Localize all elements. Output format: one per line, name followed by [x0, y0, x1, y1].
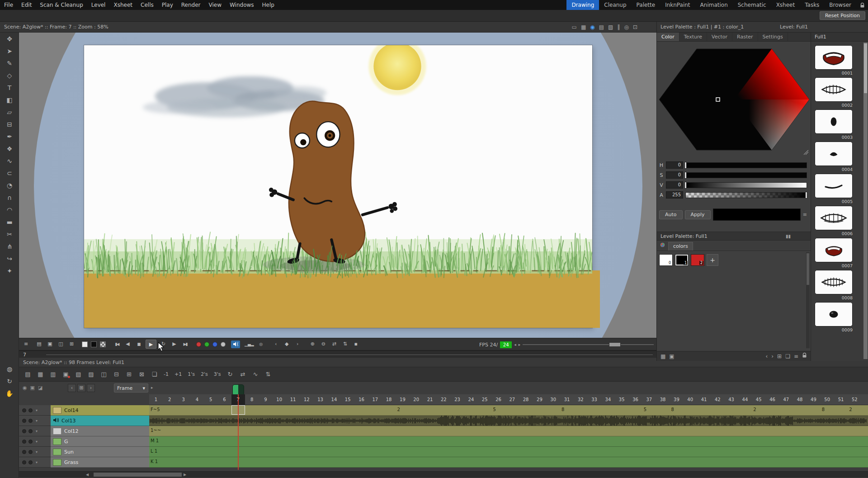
- frame-number-25[interactable]: 25: [478, 394, 491, 405]
- frame-number-21[interactable]: 21: [423, 394, 437, 405]
- column-visible-toggle[interactable]: [22, 450, 26, 454]
- frame-number-44[interactable]: 44: [738, 394, 752, 405]
- last-frame-button[interactable]: ▶▮: [181, 340, 189, 349]
- preview-icon[interactable]: ◎: [624, 24, 628, 30]
- frame-number-52[interactable]: 52: [848, 394, 861, 405]
- frame-number-17[interactable]: 17: [368, 394, 382, 405]
- menu-cells[interactable]: Cells: [137, 0, 158, 10]
- reset-view-button[interactable]: ▪: [352, 340, 360, 349]
- cells-sun[interactable]: L 1: [149, 447, 868, 457]
- new-style-icon[interactable]: ⊞: [777, 353, 782, 360]
- s-slider[interactable]: [685, 172, 807, 178]
- frame-number-15[interactable]: 15: [341, 394, 354, 405]
- frame-number-35[interactable]: 35: [615, 394, 628, 405]
- freeze-icon[interactable]: ‖: [617, 24, 620, 30]
- previous-frame-button[interactable]: ◀: [124, 340, 132, 349]
- edit-in-place-icon[interactable]: ◫: [99, 370, 108, 379]
- table-view-icon[interactable]: ▦: [581, 24, 586, 30]
- eraser-tool[interactable]: ▱: [0, 106, 19, 118]
- frame-number-41[interactable]: 41: [697, 394, 711, 405]
- level-frame-thumbnail-0005[interactable]: [815, 174, 853, 198]
- previous-palette-icon[interactable]: ‹: [765, 353, 768, 360]
- column-render-toggle[interactable]: [28, 408, 33, 412]
- cells-grass[interactable]: K 1: [149, 457, 868, 468]
- fps-value-field[interactable]: 24: [500, 341, 512, 348]
- histogram-button[interactable]: ▁▄▂: [245, 340, 254, 349]
- level-frame-thumbnail-0003[interactable]: [815, 109, 853, 134]
- skeleton-tool[interactable]: ⋔: [0, 240, 19, 252]
- column-header-sun[interactable]: ▾Sun: [19, 447, 149, 457]
- h-value-field[interactable]: 0: [666, 161, 683, 169]
- cells-g[interactable]: M 1: [149, 436, 868, 447]
- level-frame-thumbnail-0004[interactable]: [815, 142, 853, 166]
- checkered-background-button[interactable]: [100, 341, 106, 347]
- column-collapse-arrow[interactable]: ▾: [36, 460, 38, 464]
- fill-tool[interactable]: ◧: [0, 94, 19, 106]
- add-style-button[interactable]: +: [707, 254, 718, 266]
- cells-col12[interactable]: 1~~: [149, 426, 868, 436]
- v-slider[interactable]: [685, 182, 807, 188]
- column-collapse-arrow[interactable]: ▾: [36, 440, 38, 444]
- cells-col13[interactable]: [149, 416, 868, 426]
- frame-number-26[interactable]: 26: [492, 394, 505, 405]
- h-slider[interactable]: [685, 162, 807, 168]
- rotate-tool[interactable]: ↻: [0, 375, 19, 387]
- frame-number-30[interactable]: 30: [547, 394, 560, 405]
- step-1-s-button[interactable]: 1's: [187, 371, 196, 377]
- step-3-s-button[interactable]: 3's: [213, 371, 222, 377]
- camera-view-icon[interactable]: ▤: [599, 24, 604, 30]
- frame-number-27[interactable]: 27: [505, 394, 519, 405]
- lock-rooms-icon[interactable]: [856, 1, 868, 9]
- plastic-tool[interactable]: ✦: [0, 265, 19, 277]
- column-header-col12[interactable]: ▾Col12: [19, 426, 149, 436]
- zoom-tool[interactable]: ◍: [0, 363, 19, 375]
- column-visible-toggle[interactable]: [22, 408, 26, 412]
- frame-number-32[interactable]: 32: [574, 394, 587, 405]
- palette-page-tab[interactable]: colors: [668, 242, 693, 251]
- save-all-icon[interactable]: ▨: [87, 370, 95, 379]
- flip-horizontal-button[interactable]: ⇄: [330, 340, 338, 349]
- palette-scrollbar[interactable]: [806, 252, 810, 348]
- next-marker-button[interactable]: ›: [87, 384, 95, 392]
- magnet-tool[interactable]: ∩: [0, 191, 19, 204]
- framerate-slider[interactable]: [523, 341, 654, 348]
- frame-number-24[interactable]: 24: [464, 394, 478, 405]
- bender-tool[interactable]: ◠: [0, 204, 19, 216]
- slider-thumb[interactable]: [805, 192, 807, 199]
- menu-scan-cleanup[interactable]: Scan & Cleanup: [36, 0, 87, 10]
- menu-render[interactable]: Render: [177, 0, 205, 10]
- frame-number-9[interactable]: 9: [259, 394, 272, 405]
- locator-button[interactable]: ◎: [257, 340, 265, 349]
- geometric-tool[interactable]: ◇: [0, 69, 19, 81]
- menu-edit[interactable]: Edit: [17, 0, 36, 10]
- menu-play[interactable]: Play: [158, 0, 177, 10]
- style-options-icon[interactable]: ≡: [803, 212, 807, 218]
- first-frame-button[interactable]: ▮◀: [113, 340, 121, 349]
- frame-number-29[interactable]: 29: [533, 394, 546, 405]
- fps-decrease-button[interactable]: ◂: [514, 342, 516, 347]
- column-render-toggle[interactable]: [28, 450, 33, 454]
- frame-number-19[interactable]: 19: [396, 394, 409, 405]
- level-frame-thumbnail-0001[interactable]: [815, 45, 853, 70]
- memo-icon[interactable]: ❏: [150, 370, 159, 379]
- frame-number-36[interactable]: 36: [629, 394, 642, 405]
- column-visible-toggle[interactable]: [22, 440, 26, 444]
- pause-button[interactable]: ▮▮: [135, 340, 142, 349]
- frame-number-1[interactable]: 1: [149, 394, 163, 405]
- onion-skin-marker-icon[interactable]: ▸: [151, 385, 153, 390]
- frame-number-11[interactable]: 11: [286, 394, 300, 405]
- frame-number-18[interactable]: 18: [382, 394, 396, 405]
- room-tab-animation[interactable]: Animation: [695, 0, 733, 10]
- new-page-icon[interactable]: ▣: [669, 353, 674, 360]
- room-tab-schematic[interactable]: Schematic: [733, 0, 771, 10]
- scrollbar-handle[interactable]: [807, 253, 809, 285]
- pinch-tool[interactable]: ⊂: [0, 167, 19, 179]
- pegbar-icon[interactable]: ⊠: [137, 370, 146, 379]
- next-palette-icon[interactable]: ›: [771, 353, 774, 360]
- new-vector-level-icon[interactable]: ▤: [24, 370, 32, 379]
- viewer-menu-icon[interactable]: ≡: [22, 340, 30, 349]
- hook-tool[interactable]: ↪: [0, 252, 19, 265]
- level-frame-thumbnail-0002[interactable]: [815, 77, 853, 102]
- room-tab-browser[interactable]: Browser: [824, 0, 856, 10]
- style-swatch-1[interactable]: 1: [675, 254, 689, 266]
